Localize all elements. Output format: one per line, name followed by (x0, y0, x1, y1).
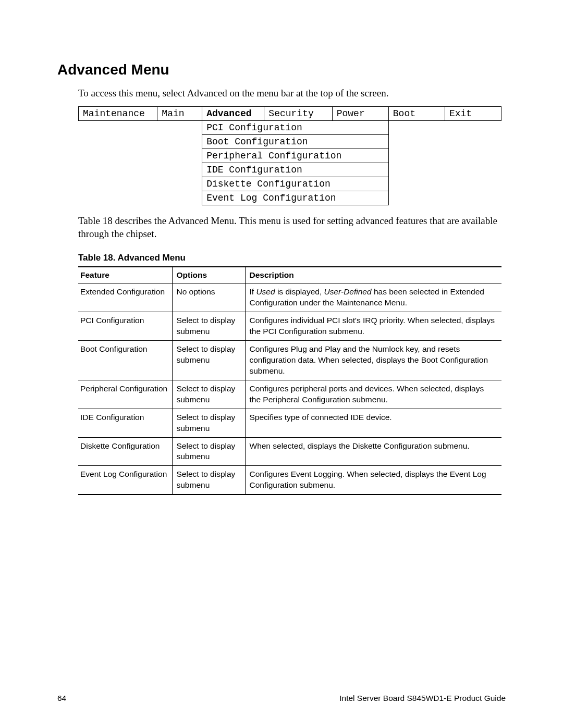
feature-table: Feature Options Description Extended Con… (78, 266, 501, 495)
cell-feature: IDE Configuration (78, 409, 172, 437)
cell-description: When selected, displays the Diskette Con… (245, 437, 501, 466)
table-header-row: Feature Options Description (78, 267, 501, 283)
cell-feature: Diskette Configuration (78, 437, 172, 466)
cell-feature: PCI Configuration (78, 312, 172, 341)
cell-feature: Event Log Configuration (78, 466, 172, 495)
col-header-options: Options (172, 267, 245, 283)
section-heading: Advanced Menu (57, 61, 506, 78)
bios-menu-diagram: Maintenance Main Advanced Security Power… (78, 106, 501, 205)
page-number: 64 (57, 694, 66, 703)
submenu-item: IDE Configuration (202, 163, 389, 177)
menu-item-advanced: Advanced (202, 107, 264, 121)
submenu-item: Peripheral Configuration (202, 149, 389, 163)
menu-item-security: Security (264, 107, 332, 121)
table-description: Table 18 describes the Advanced Menu. Th… (78, 215, 506, 240)
cell-feature: Extended Configuration (78, 283, 172, 312)
cell-description: Configures Plug and Play and the Numlock… (245, 341, 501, 380)
table-row: Event Log Configuration Select to displa… (78, 466, 501, 495)
cell-options: Select to display submenu (172, 341, 245, 380)
table-caption: Table 18. Advanced Menu (78, 253, 506, 263)
cell-options: Select to display submenu (172, 312, 245, 341)
col-header-feature: Feature (78, 267, 172, 283)
menu-bar-row: Maintenance Main Advanced Security Power… (79, 107, 501, 121)
table-row: Diskette Configuration Select to display… (78, 437, 501, 466)
cell-feature: Peripheral Configuration (78, 380, 172, 409)
cell-description: Specifies type of connected IDE device. (245, 409, 501, 437)
menu-item-main: Main (157, 107, 202, 121)
menu-item-boot: Boot (388, 107, 445, 121)
cell-description: Configures peripheral ports and devices.… (245, 380, 501, 409)
cell-options: Select to display submenu (172, 437, 245, 466)
doc-title: Intel Server Board S845WD1-E Product Gui… (339, 694, 506, 703)
cell-description: If Used is displayed, User-Defined has b… (245, 283, 501, 312)
cell-description: Configures individual PCI slot's IRQ pri… (245, 312, 501, 341)
table-row: Extended Configuration No options If Use… (78, 283, 501, 312)
menu-item-power: Power (332, 107, 388, 121)
table-row: IDE Configuration Select to display subm… (78, 409, 501, 437)
page-footer: 64 Intel Server Board S845WD1-E Product … (57, 694, 506, 703)
cell-options: No options (172, 283, 245, 312)
cell-options: Select to display submenu (172, 466, 245, 495)
intro-paragraph: To access this menu, select Advanced on … (78, 88, 506, 99)
submenu-item: Event Log Configuration (202, 191, 389, 205)
cell-description: Configures Event Logging. When selected,… (245, 466, 501, 495)
table-row: Peripheral Configuration Select to displ… (78, 380, 501, 409)
submenu-item: Diskette Configuration (202, 177, 389, 191)
table-row: PCI Configuration Select to display subm… (78, 312, 501, 341)
col-header-description: Description (245, 267, 501, 283)
menu-item-exit: Exit (445, 107, 501, 121)
submenu-item: PCI Configuration (202, 121, 389, 135)
cell-feature: Boot Configuration (78, 341, 172, 380)
menu-item-maintenance: Maintenance (79, 107, 157, 121)
cell-options: Select to display submenu (172, 409, 245, 437)
submenu-item: Boot Configuration (202, 135, 389, 149)
table-row: Boot Configuration Select to display sub… (78, 341, 501, 380)
cell-options: Select to display submenu (172, 380, 245, 409)
